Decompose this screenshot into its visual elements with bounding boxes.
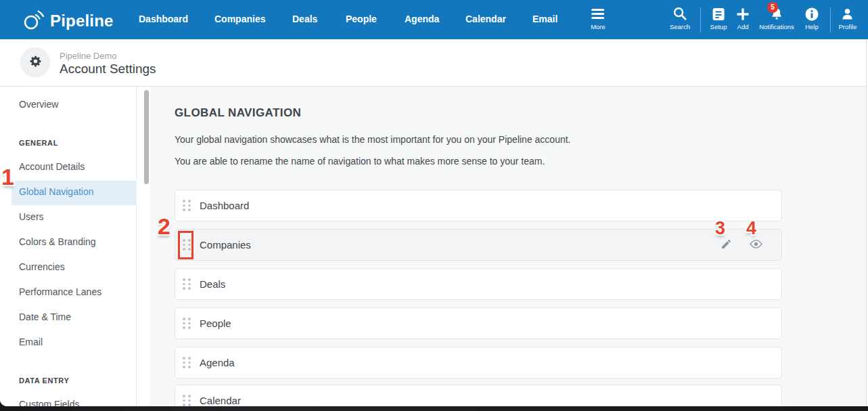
notifications-button[interactable]: 5 Notifications <box>759 6 794 30</box>
description-line-2: You are able to rename the name of navig… <box>175 156 545 167</box>
sidebar-item-account-details[interactable]: Account Details <box>19 161 85 172</box>
page-title: Account Settings <box>60 62 156 77</box>
visibility-eye-icon[interactable] <box>750 239 762 252</box>
nav-row-deals[interactable]: Deals <box>175 268 782 300</box>
search-icon <box>670 6 690 21</box>
nav-item-dashboard[interactable]: Dashboard <box>139 14 188 24</box>
settings-avatar <box>20 47 50 77</box>
nav-item-deals[interactable]: Deals <box>292 14 317 24</box>
nav-item-calendar[interactable]: Calendar <box>465 14 506 24</box>
sidebar-item-overview[interactable]: Overview <box>19 99 58 110</box>
settings-sidebar: Overview GENERAL Account Details Global … <box>0 87 137 406</box>
sidebar-scrollbar-thumb[interactable] <box>144 90 149 184</box>
annotation-callout-3: 3 <box>715 218 725 239</box>
nav-row-label: Deals <box>200 278 225 290</box>
pipeline-logo[interactable]: Pipeline <box>22 7 114 35</box>
description-line-1: Your global navigation showcases what is… <box>175 134 570 145</box>
bell-icon: 5 <box>759 6 794 21</box>
nav-row-dashboard[interactable]: Dashboard <box>175 190 782 221</box>
annotation-highlight-box <box>178 231 193 259</box>
drag-handle-icon[interactable] <box>183 200 191 211</box>
profile-button[interactable]: Profile <box>839 6 857 30</box>
top-navbar: Pipeline Dashboard Companies Deals Peopl… <box>0 0 868 39</box>
gear-icon <box>28 54 43 71</box>
nav-item-agenda[interactable]: Agenda <box>405 14 439 24</box>
nav-row-companies[interactable]: Companies <box>175 229 782 261</box>
sidebar-item-custom-fields[interactable]: Custom Fields <box>19 399 79 406</box>
drag-handle-icon[interactable] <box>183 395 191 406</box>
hamburger-icon <box>591 6 606 21</box>
nav-row-label: Dashboard <box>200 200 249 211</box>
app-window: Pipeline Dashboard Companies Deals Peopl… <box>0 0 868 406</box>
sidebar-item-date-time[interactable]: Date & Time <box>19 311 71 322</box>
sidebar-item-performance-lanes[interactable]: Performance Lanes <box>19 286 101 297</box>
setup-button[interactable]: Setup <box>710 6 727 30</box>
account-name: Pipeline Demo <box>60 51 117 61</box>
nav-item-companies[interactable]: Companies <box>214 14 265 24</box>
nav-row-label: People <box>200 318 231 329</box>
add-button[interactable]: Add <box>736 6 750 30</box>
drag-handle-icon[interactable] <box>183 357 191 368</box>
sidebar-item-currencies[interactable]: Currencies <box>19 261 65 272</box>
nav-row-agenda[interactable]: Agenda <box>175 347 782 378</box>
add-label: Add <box>736 23 750 30</box>
help-label: Help <box>805 23 819 30</box>
plus-icon <box>736 6 750 21</box>
navbar-divider <box>700 7 701 33</box>
nav-row-label: Calendar <box>200 395 241 406</box>
nav-row-label: Agenda <box>200 357 235 368</box>
search-button[interactable]: Search <box>670 6 690 30</box>
drag-handle-icon[interactable] <box>183 318 191 329</box>
edit-pencil-icon[interactable] <box>721 238 732 253</box>
more-menu-button[interactable]: More <box>591 6 606 30</box>
main-content: GLOBAL NAVIGATION Your global navigation… <box>150 87 868 406</box>
nav-row-calendar[interactable]: Calendar <box>175 385 782 406</box>
help-button[interactable]: Help <box>805 6 819 30</box>
person-icon <box>839 6 857 21</box>
notifications-label: Notifications <box>759 23 794 30</box>
nav-item-email[interactable]: Email <box>532 14 557 24</box>
annotation-callout-4: 4 <box>746 218 756 239</box>
more-label: More <box>591 23 606 30</box>
setup-book-icon <box>710 6 727 21</box>
screenshot-stage: Pipeline Dashboard Companies Deals Peopl… <box>0 0 868 411</box>
sidebar-item-users[interactable]: Users <box>19 211 44 222</box>
search-label: Search <box>670 23 690 30</box>
section-heading: GLOBAL NAVIGATION <box>175 106 301 120</box>
logo-text: Pipeline <box>50 12 114 30</box>
sidebar-item-global-navigation[interactable]: Global Navigation <box>19 186 94 197</box>
profile-label: Profile <box>839 23 857 30</box>
setup-label: Setup <box>710 23 727 30</box>
nav-row-label: Companies <box>200 239 251 251</box>
nav-item-people[interactable]: People <box>346 14 377 24</box>
pipeline-swirl-icon <box>22 7 45 35</box>
nav-row-people[interactable]: People <box>175 307 782 339</box>
annotation-callout-1: 1 <box>1 164 14 190</box>
notifications-badge: 5 <box>767 2 778 13</box>
page-header: Pipeline Demo Account Settings <box>0 39 868 87</box>
sidebar-item-email[interactable]: Email <box>19 337 43 347</box>
sidebar-item-colors-branding[interactable]: Colors & Branding <box>19 236 96 247</box>
sidebar-section-data-entry: DATA ENTRY <box>19 376 69 385</box>
annotation-callout-2: 2 <box>158 213 170 240</box>
navbar-divider <box>830 7 831 33</box>
info-icon <box>805 6 819 21</box>
sidebar-section-general: GENERAL <box>19 139 58 147</box>
drag-handle-icon[interactable] <box>183 278 191 290</box>
